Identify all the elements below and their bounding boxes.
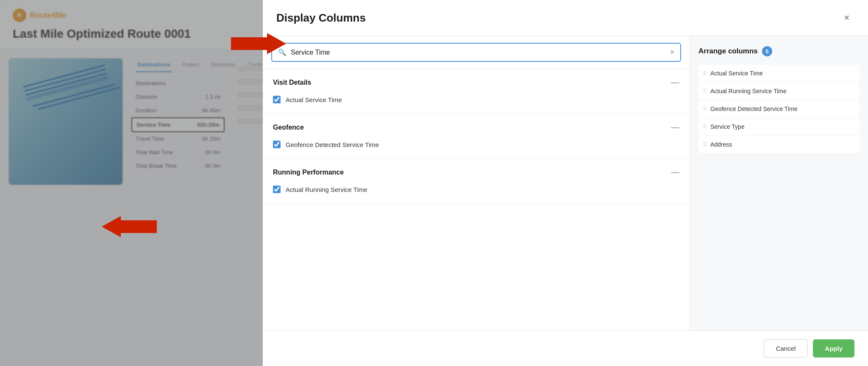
checkbox-actual-service-time[interactable] — [273, 96, 281, 103]
arrange-item-actual-running-service-time[interactable]: ⠿ Actual Running Service Time — [698, 83, 860, 100]
arrange-label-service-type: Service Type — [710, 123, 745, 130]
drag-handle-1: ⠿ — [703, 70, 706, 76]
close-icon: × — [844, 12, 850, 23]
checkbox-label-actual-service-time: Actual Service Time — [286, 96, 342, 103]
arrange-label-actual-service-time: Actual Service Time — [710, 70, 763, 77]
arrange-item-actual-service-time[interactable]: ⠿ Actual Service Time — [698, 65, 860, 82]
checkbox-geofence-detected[interactable] — [273, 141, 281, 148]
left-panel: 🔍 × Visit Details — Actual Service Time — [263, 36, 690, 330]
section-geofence: Geofence — Geofence Detected Service Tim… — [263, 114, 690, 159]
section-title-geofence: Geofence — [273, 124, 304, 131]
svg-marker-1 — [102, 216, 157, 237]
svg-marker-0 — [231, 33, 286, 54]
arrow-annotation-left — [102, 216, 157, 237]
modal-header: Display Columns × — [263, 0, 868, 36]
section-title-visit-details: Visit Details — [273, 79, 311, 86]
arrange-label-actual-running-service-time: Actual Running Service Time — [710, 88, 787, 94]
right-panel: Arrange columns 5 ⠿ Actual Service Time … — [690, 36, 868, 330]
arrange-label-geofence-detected: Geofence Detected Service Time — [710, 105, 797, 112]
clear-icon: × — [670, 48, 674, 57]
checkbox-item-actual-service-time: Actual Service Time — [273, 94, 679, 105]
modal-body: 🔍 × Visit Details — Actual Service Time — [263, 36, 868, 330]
drag-handle-2: ⠿ — [703, 88, 706, 94]
section-title-running-performance: Running Performance — [273, 169, 344, 176]
arrange-header: Arrange columns 5 — [698, 46, 860, 56]
checkbox-label-actual-running-service-time: Actual Running Service Time — [286, 186, 367, 193]
section-collapse-visit-details[interactable]: — — [671, 78, 679, 87]
section-header-geofence: Geofence — — [273, 122, 679, 132]
apply-button[interactable]: Apply — [813, 339, 854, 358]
arrange-item-geofence-detected[interactable]: ⠿ Geofence Detected Service Time — [698, 100, 860, 117]
section-collapse-running-performance[interactable]: — — [671, 167, 679, 177]
modal-footer: Cancel Apply — [263, 330, 868, 366]
section-header-running-performance: Running Performance — — [273, 167, 679, 177]
arrange-item-address[interactable]: ⠿ Address — [698, 136, 860, 153]
section-visit-details: Visit Details — Actual Service Time — [263, 69, 690, 114]
checkbox-item-geofence-detected: Geofence Detected Service Time — [273, 139, 679, 150]
modal-title: Display Columns — [276, 11, 366, 25]
section-header-visit-details: Visit Details — — [273, 78, 679, 87]
section-running-performance: Running Performance — Actual Running Ser… — [263, 159, 690, 204]
search-input-wrap: 🔍 × — [271, 43, 681, 62]
arrow-annotation-right — [231, 33, 286, 54]
search-input[interactable] — [291, 49, 665, 56]
arrange-list: ⠿ Actual Service Time ⠿ Actual Running S… — [698, 65, 860, 153]
checkbox-item-actual-running-service-time: Actual Running Service Time — [273, 184, 679, 195]
search-bar: 🔍 × — [263, 36, 690, 69]
cancel-button[interactable]: Cancel — [764, 339, 808, 358]
close-button[interactable]: × — [839, 10, 854, 25]
checkbox-label-geofence-detected: Geofence Detected Service Time — [286, 141, 379, 148]
search-clear-button[interactable]: × — [670, 48, 674, 57]
drag-handle-3: ⠿ — [703, 106, 706, 112]
arrange-label-address: Address — [710, 141, 732, 148]
checkbox-actual-running-service-time[interactable] — [273, 186, 281, 193]
arrange-count-badge: 5 — [762, 46, 772, 56]
drag-handle-4: ⠿ — [703, 124, 706, 130]
arrange-item-service-type[interactable]: ⠿ Service Type — [698, 118, 860, 135]
drag-handle-5: ⠿ — [703, 141, 706, 147]
display-columns-modal: Display Columns × 🔍 × Visit Details — [263, 0, 868, 366]
section-collapse-geofence[interactable]: — — [671, 122, 679, 132]
arrange-title: Arrange columns — [698, 47, 758, 55]
